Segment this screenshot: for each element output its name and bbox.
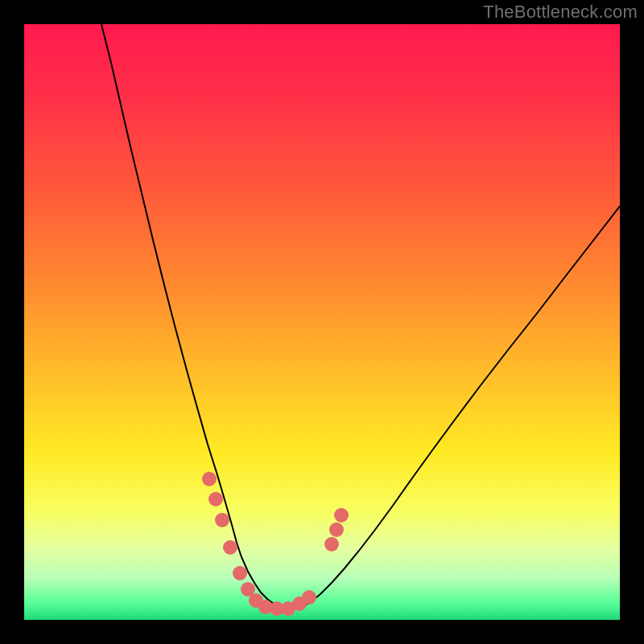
highlight-dot: [324, 537, 339, 551]
highlight-dot: [208, 492, 223, 506]
highlight-dot: [233, 566, 247, 580]
highlight-dot: [302, 590, 316, 605]
highlight-dot: [334, 508, 349, 522]
highlight-dot: [215, 513, 229, 527]
watermark-text: TheBottleneck.com: [483, 2, 638, 23]
highlight-dot: [223, 540, 237, 555]
highlight-dot: [202, 472, 217, 486]
highlight-dot: [329, 522, 344, 537]
plot-area: [24, 24, 620, 620]
plot-svg: [24, 24, 620, 620]
chart-frame: TheBottleneck.com: [0, 0, 644, 644]
